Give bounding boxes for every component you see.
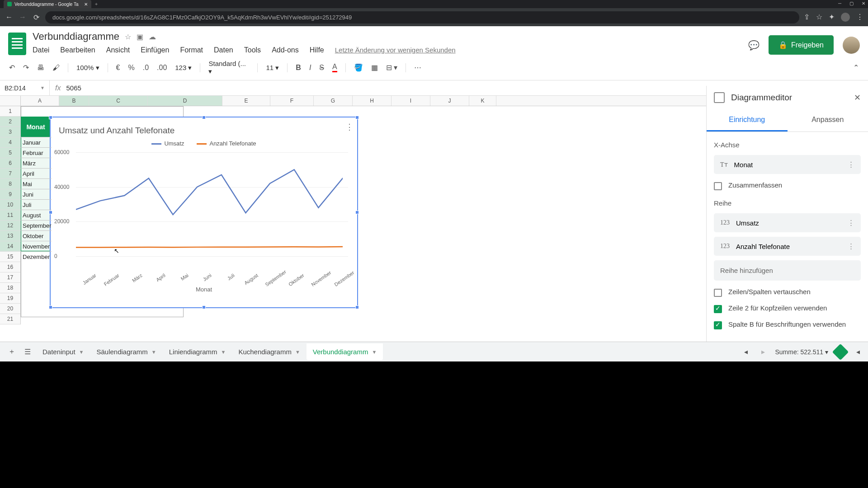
col-header[interactable]: K [469, 96, 496, 106]
colB-checkbox-row[interactable]: Spalte B für Beschriftungen verwenden [714, 320, 861, 329]
menu-tools[interactable]: Tools [244, 46, 261, 54]
row-header[interactable]: 10 [0, 200, 20, 210]
reload-icon[interactable]: ⟳ [32, 13, 41, 22]
cell-month[interactable]: Juni [21, 189, 52, 199]
cell-month[interactable]: November [21, 241, 52, 251]
move-doc-icon[interactable]: ▣ [137, 33, 143, 41]
profile-avatar-icon[interactable] [841, 13, 850, 22]
series-field-umsatz[interactable]: 123 Umsatz ⋮ [714, 213, 861, 232]
doc-title[interactable]: Verbunddiagramme [33, 31, 119, 42]
merge-icon[interactable]: ⊟ ▾ [386, 63, 397, 72]
undo-icon[interactable]: ↶ [9, 63, 15, 72]
row-header[interactable]: 9 [0, 189, 20, 200]
row-header[interactable]: 13 [0, 231, 20, 241]
currency-icon[interactable]: € [116, 64, 120, 72]
name-box[interactable]: B2:D14▼ [0, 80, 50, 95]
new-tab-button[interactable]: ＋ [94, 1, 99, 7]
row-header[interactable]: 6 [0, 158, 20, 169]
row-header[interactable]: 20 [0, 304, 20, 314]
row-header[interactable]: 2 [0, 117, 20, 127]
url-input[interactable] [45, 11, 799, 23]
strike-icon[interactable]: S [319, 64, 324, 72]
collapse-toolbar-icon[interactable]: ⌃ [853, 63, 859, 72]
redo-icon[interactable]: ↷ [23, 63, 29, 72]
col-header[interactable]: D [148, 96, 222, 106]
sheet-tab[interactable]: Verbunddiagramm▼ [307, 343, 383, 360]
add-sheet-icon[interactable]: ＋ [5, 343, 19, 360]
quicksum[interactable]: Summe: 522.511 ▾ [775, 348, 828, 356]
star-doc-icon[interactable]: ☆ [125, 33, 131, 41]
browser-menu-icon[interactable]: ⋮ [856, 13, 863, 22]
row-header[interactable]: 16 [0, 262, 20, 272]
share-button[interactable]: 🔒 Freigeben [769, 35, 834, 55]
checkbox-checked[interactable] [714, 321, 722, 329]
browser-tab[interactable]: Verbunddiagramme - Google Ta ✕ [4, 0, 91, 8]
cloud-status-icon[interactable]: ☁ [149, 33, 156, 41]
row2-checkbox-row[interactable]: Zeile 2 für Kopfzeilen verwenden [714, 304, 861, 313]
share-page-icon[interactable]: ⇪ [804, 13, 810, 22]
decrease-decimal-icon[interactable]: .0 [143, 64, 149, 72]
increase-decimal-icon[interactable]: .00 [157, 64, 167, 72]
cell-month[interactable]: Januar [21, 137, 52, 147]
select-all-corner[interactable] [0, 96, 21, 106]
embedded-chart[interactable]: ⋮ Umsatz und Anzahl Telefonate Umsatz An… [50, 117, 358, 308]
percent-icon[interactable]: % [128, 64, 134, 72]
row-header[interactable]: 4 [0, 137, 20, 148]
comments-icon[interactable]: 💬 [748, 40, 760, 51]
field-menu-icon[interactable]: ⋮ [848, 242, 854, 250]
italic-icon[interactable]: I [309, 64, 311, 72]
cell-month[interactable]: Juli [21, 199, 52, 210]
row-header[interactable]: 5 [0, 148, 20, 158]
menu-addons[interactable]: Add-ons [272, 46, 299, 54]
cell-month[interactable]: September [21, 220, 52, 230]
col-header[interactable]: A [21, 96, 59, 106]
col-header[interactable]: H [353, 96, 392, 106]
menu-hilfe[interactable]: Hilfe [310, 46, 324, 54]
sheet-tab[interactable]: Dateninput▼ [36, 343, 90, 360]
explore-icon[interactable] [832, 343, 849, 360]
col-header[interactable]: G [314, 96, 353, 106]
cell-month[interactable]: März [21, 158, 52, 168]
fill-color-icon[interactable]: 🪣 [354, 63, 363, 72]
menu-daten[interactable]: Daten [214, 46, 233, 54]
checkbox-unchecked[interactable] [714, 289, 722, 297]
scroll-tabs-right-icon[interactable]: ▸ [758, 344, 769, 360]
field-menu-icon[interactable]: ⋮ [848, 160, 854, 169]
field-menu-icon[interactable]: ⋮ [848, 219, 854, 227]
minimize-icon[interactable]: ─ [838, 1, 841, 6]
col-header[interactable]: B [59, 96, 89, 106]
col-header[interactable]: C [89, 96, 148, 106]
scroll-tabs-left-icon[interactable]: ◂ [741, 344, 751, 360]
font-size-select[interactable]: 11 ▾ [266, 64, 279, 72]
font-select[interactable]: Standard (... ▾ [208, 60, 249, 75]
swap-checkbox-row[interactable]: Zeilen/Spalten vertauschen [714, 288, 861, 297]
more-tools-icon[interactable]: ⋯ [414, 63, 421, 72]
back-icon[interactable]: ← [5, 13, 14, 21]
zoom-select[interactable]: 100% ▾ [76, 64, 99, 72]
checkbox-unchecked[interactable] [714, 182, 722, 190]
row-header[interactable]: 7 [0, 169, 20, 179]
row-header[interactable]: 11 [0, 210, 20, 221]
borders-icon[interactable]: ▦ [371, 63, 378, 72]
menu-bearbeiten[interactable]: Bearbeiten [60, 46, 95, 54]
row-header[interactable]: 21 [0, 314, 20, 324]
close-panel-icon[interactable]: ✕ [854, 93, 861, 103]
maximize-icon[interactable]: ▢ [849, 1, 854, 6]
row-header[interactable]: 18 [0, 283, 20, 293]
tab-setup[interactable]: Einrichtung [707, 109, 788, 131]
close-window-icon[interactable]: ✕ [862, 1, 865, 6]
star-icon[interactable]: ☆ [816, 13, 822, 22]
col-header[interactable]: F [270, 96, 314, 106]
side-panel-toggle-icon[interactable]: ◂ [853, 344, 863, 360]
chart-menu-icon[interactable]: ⋮ [345, 122, 354, 132]
cell-month-header[interactable]: Monat [21, 117, 51, 137]
last-edit-link[interactable]: Letzte Änderung vor wenigen Sekunden [335, 46, 456, 54]
xaxis-field[interactable]: Tᴛ Monat ⋮ [714, 155, 861, 174]
cell-month[interactable]: Oktober [21, 230, 52, 241]
sheet-tab[interactable]: Säulendiagramm▼ [90, 343, 162, 360]
all-sheets-icon[interactable]: ☰ [21, 344, 34, 360]
menu-einfuegen[interactable]: Einfügen [141, 46, 169, 54]
tab-customize[interactable]: Anpassen [788, 109, 868, 131]
row-header[interactable]: 17 [0, 272, 20, 283]
cell-month[interactable]: Februar [21, 147, 52, 158]
